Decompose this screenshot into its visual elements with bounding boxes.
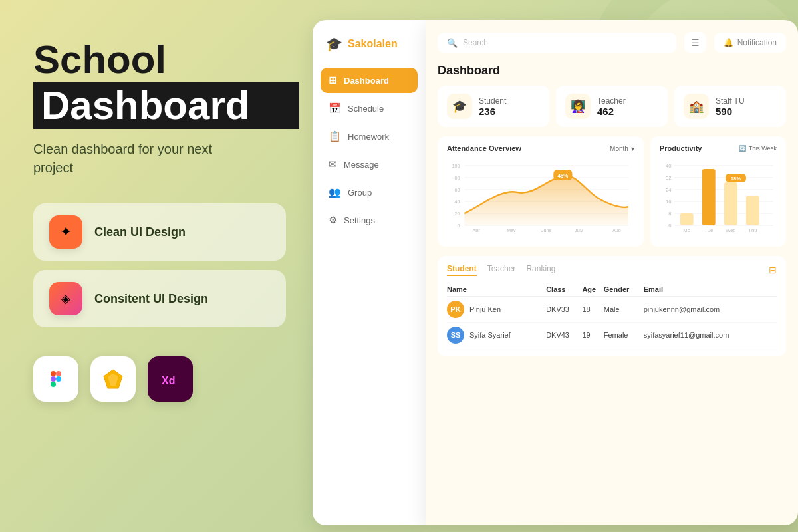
tab-student[interactable]: Student [447, 264, 477, 276]
tool-icons-row: Xd [33, 356, 299, 402]
staff-label: Staff TU [716, 96, 745, 106]
dashboard-panel: 🎓 Sakolalen ⊞ Dashboard 📅 Schedule 📋 Hom… [313, 20, 798, 525]
svg-text:May: May [507, 227, 515, 232]
sidebar-item-homework[interactable]: 📋 Homework [321, 124, 418, 149]
dashboard-nav-label: Dashboard [344, 76, 389, 86]
attendance-title: Attendance Overview [447, 144, 521, 152]
teacher-label: Teacher [597, 96, 626, 106]
svg-text:Mo: Mo [683, 227, 690, 232]
col-age: Age [582, 283, 603, 297]
logo-icon: 🎓 [326, 36, 342, 52]
feature-clean-ui: ✦ Clean UI Design [33, 203, 286, 261]
notification-button[interactable]: 🔔 Notification [714, 33, 786, 53]
table-section: Student Teacher Ranking ⊟ Name Class Age… [438, 256, 786, 356]
group-icon: 👥 [329, 186, 341, 198]
svg-text:24: 24 [666, 187, 672, 193]
charts-row: Attendance Overview Month ▾ [438, 136, 786, 247]
svg-text:20: 20 [455, 211, 460, 217]
svg-text:60: 60 [455, 187, 460, 194]
stat-card-student: 🎓 Student 236 [438, 86, 549, 127]
hero-title-dashboard: Dashboard [33, 82, 299, 129]
teacher-stat-icon: 👩‍🏫 [565, 94, 591, 119]
avatar: PK [447, 301, 464, 318]
row-name: Pinju Ken [469, 305, 501, 313]
search-icon: 🔍 [447, 38, 458, 48]
student-label: Student [479, 96, 506, 106]
table-filter-icon[interactable]: ⊟ [769, 265, 777, 275]
svg-rect-3 [51, 382, 56, 387]
settings-icon: ⚙ [329, 214, 337, 226]
svg-point-4 [56, 376, 61, 382]
sidebar-item-dashboard[interactable]: ⊞ Dashboard [321, 68, 418, 93]
svg-text:16: 16 [666, 199, 672, 205]
tab-ranking[interactable]: Ranking [526, 264, 555, 276]
svg-text:July: July [575, 227, 583, 232]
figma-icon [33, 356, 78, 402]
svg-text:0: 0 [457, 223, 460, 229]
sidebar-logo: 🎓 Sakolalen [313, 36, 426, 68]
svg-rect-41 [680, 213, 694, 225]
row-age: 18 [582, 297, 603, 323]
sidebar-item-group[interactable]: 👥 Group [321, 180, 418, 205]
homework-icon: 📋 [329, 130, 341, 142]
svg-text:Tue: Tue [704, 227, 713, 232]
notification-icon: 🔔 [724, 38, 733, 47]
xd-icon: Xd [148, 356, 193, 402]
svg-rect-45 [724, 182, 737, 225]
svg-text:46%: 46% [557, 172, 568, 180]
search-bar[interactable]: 🔍 Search [438, 33, 676, 53]
student-stat-icon: 🎓 [447, 94, 472, 119]
svg-text:80: 80 [455, 175, 460, 182]
sidebar-item-message[interactable]: ✉ Message [321, 152, 418, 177]
group-nav-label: Group [348, 188, 372, 198]
svg-rect-43 [702, 169, 716, 225]
table-row: PK Pinju Ken DKV33 18 Male pinjukennn@gm… [447, 297, 777, 323]
logo-text: Sakolalen [348, 38, 398, 50]
stat-card-teacher: 👩‍🏫 Teacher 462 [556, 86, 668, 127]
header: 🔍 Search ☰ 🔔 Notification [438, 32, 786, 53]
filter-button[interactable]: ☰ [684, 32, 706, 53]
table-tabs: Student Teacher Ranking ⊟ [447, 264, 777, 276]
svg-text:40: 40 [666, 163, 672, 169]
teacher-value: 462 [597, 106, 626, 117]
col-email: Email [644, 283, 777, 297]
svg-text:0: 0 [668, 223, 671, 229]
row-gender: Female [604, 323, 644, 348]
productivity-chart-header: Productivity 🔄 This Week [660, 144, 777, 152]
attendance-chart-card: Attendance Overview Month ▾ [438, 136, 644, 247]
clean-ui-icon: ✦ [49, 215, 82, 249]
row-name: Syifa Syarief [469, 331, 511, 339]
row-gender: Male [604, 297, 644, 323]
student-value: 236 [479, 106, 506, 117]
staff-stat-info: Staff TU 590 [716, 96, 745, 117]
svg-rect-0 [51, 371, 56, 376]
schedule-icon: 📅 [329, 102, 341, 114]
sidebar-item-schedule[interactable]: 📅 Schedule [321, 96, 418, 121]
homework-nav-label: Homework [348, 132, 389, 142]
svg-rect-2 [51, 376, 56, 382]
staff-stat-icon: 🏫 [684, 94, 709, 119]
tab-teacher[interactable]: Teacher [487, 264, 516, 276]
sidebar: 🎓 Sakolalen ⊞ Dashboard 📅 Schedule 📋 Hom… [313, 20, 426, 525]
settings-nav-label: Settings [344, 215, 375, 225]
message-icon: ✉ [329, 158, 337, 170]
svg-text:40: 40 [455, 199, 460, 205]
productivity-filter[interactable]: 🔄 This Week [739, 145, 777, 152]
attendance-filter[interactable]: Month ▾ [610, 145, 634, 152]
stats-row: 🎓 Student 236 👩‍🏫 Teacher 462 🏫 Staff TU… [438, 86, 786, 127]
attendance-area-chart: 100 80 60 40 20 0 [447, 159, 634, 239]
teacher-stat-info: Teacher 462 [597, 96, 626, 117]
row-age: 19 [582, 323, 603, 348]
row-email: syifasyarief11@gmail.com [644, 323, 777, 348]
svg-text:Wed: Wed [726, 227, 736, 232]
col-class: Class [546, 283, 582, 297]
main-content: 🔍 Search ☰ 🔔 Notification Dashboard 🎓 St… [426, 20, 798, 525]
sketch-icon [90, 356, 136, 402]
svg-text:June: June [541, 227, 551, 232]
clean-ui-label: Clean UI Design [94, 225, 186, 239]
avatar: SS [447, 327, 464, 344]
sidebar-item-settings[interactable]: ⚙ Settings [321, 207, 418, 233]
svg-text:Thu: Thu [748, 227, 757, 232]
svg-text:32: 32 [666, 175, 672, 181]
row-class: DKV33 [546, 297, 582, 323]
